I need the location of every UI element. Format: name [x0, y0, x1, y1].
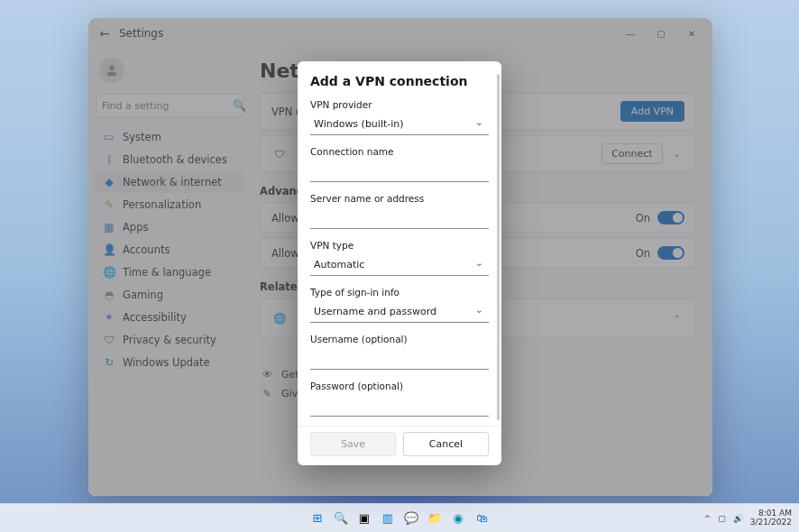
signin-type-select[interactable]: Username and password [310, 301, 489, 323]
vpn-type-label: VPN type [310, 240, 489, 251]
taskview-icon[interactable]: ▣ [355, 509, 373, 527]
dialog-title: Add a VPN connection [310, 74, 489, 88]
save-button: Save [310, 432, 396, 456]
vpn-type-select[interactable]: Automatic [310, 254, 489, 276]
connection-name-label: Connection name [310, 146, 489, 157]
password-label: Password (optional) [310, 381, 489, 391]
explorer-icon[interactable]: 📁 [426, 509, 444, 527]
dialog-scrollbar[interactable] [497, 74, 500, 420]
tray-chevron-icon[interactable]: ^ [704, 514, 712, 523]
edge-icon[interactable]: ◉ [449, 509, 467, 527]
cancel-button[interactable]: Cancel [403, 432, 489, 456]
start-icon[interactable]: ⊞ [308, 509, 326, 527]
store-icon[interactable]: 🛍 [473, 509, 491, 527]
vpn-provider-select[interactable]: Windows (built-in) [310, 114, 489, 135]
taskbar: ⊞ 🔍 ▣ ▥ 💬 📁 ◉ 🛍 ^ ▢ 🔊 8:01 AM 3/21/2022 [0, 503, 799, 532]
signin-type-label: Type of sign-in info [310, 287, 489, 298]
network-tray-icon[interactable]: ▢ [718, 514, 726, 523]
taskbar-center: ⊞ 🔍 ▣ ▥ 💬 📁 ◉ 🛍 [308, 509, 491, 527]
server-address-input[interactable] [310, 207, 489, 229]
vpn-provider-label: VPN provider [310, 99, 489, 110]
volume-tray-icon[interactable]: 🔊 [733, 514, 743, 523]
add-vpn-dialog: Add a VPN connection VPN provider Window… [298, 61, 501, 465]
clock-date: 3/21/2022 [750, 518, 792, 527]
chat-icon[interactable]: 💬 [402, 509, 420, 527]
search-taskbar-icon[interactable]: 🔍 [332, 509, 350, 527]
server-address-label: Server name or address [310, 193, 489, 204]
connection-name-input[interactable] [310, 161, 489, 182]
system-tray: ^ ▢ 🔊 8:01 AM 3/21/2022 [704, 509, 792, 527]
username-input[interactable] [310, 348, 489, 370]
clock[interactable]: 8:01 AM 3/21/2022 [750, 509, 792, 527]
password-input[interactable] [310, 395, 489, 417]
desktop: ← Settings — ▢ ✕ 🔍 ▭System ᛒBluetooth & … [0, 0, 799, 532]
widgets-icon[interactable]: ▥ [379, 509, 397, 527]
username-label: Username (optional) [310, 334, 489, 344]
